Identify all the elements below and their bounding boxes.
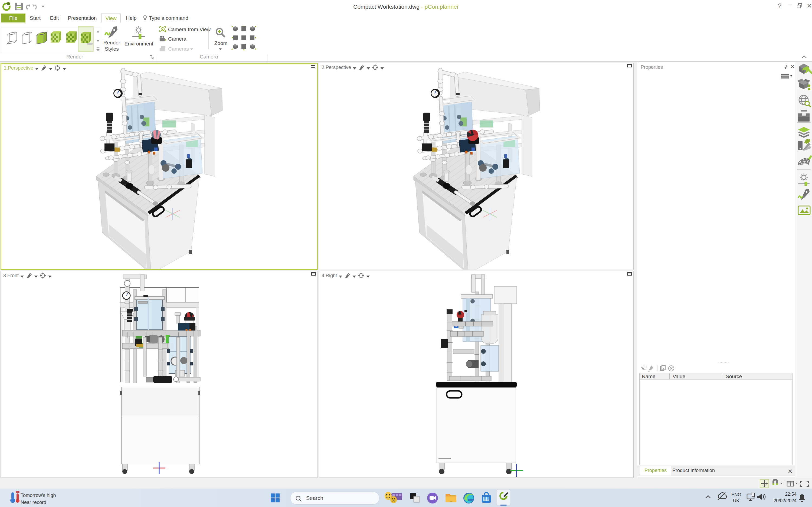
svg-text:20/02/2024: 20/02/2024 <box>773 498 797 503</box>
svg-text:UK: UK <box>733 498 740 503</box>
svg-text:22:54: 22:54 <box>785 492 797 497</box>
svg-text:ENG: ENG <box>731 492 741 497</box>
